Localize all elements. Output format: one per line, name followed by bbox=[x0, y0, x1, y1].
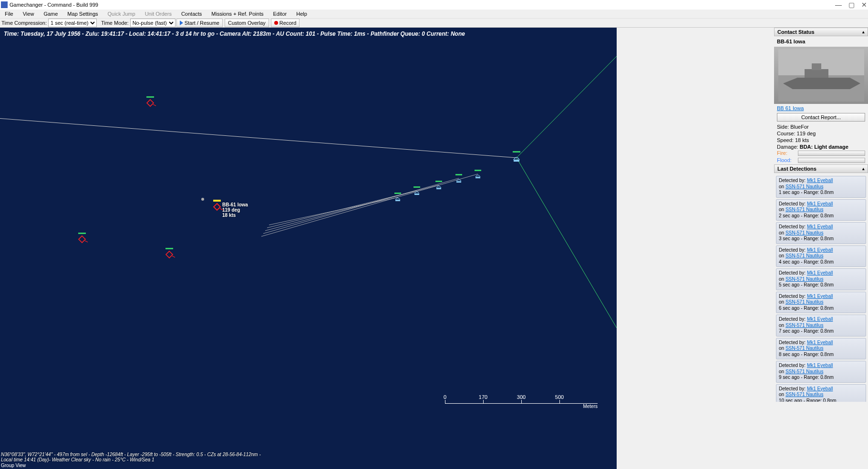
sensor-link[interactable]: Mk1 Eyeball bbox=[807, 201, 833, 206]
geo-line-1: N36°08'33'', W72°21'44'' - 497m from sel… bbox=[1, 452, 261, 457]
svg-line-1 bbox=[517, 56, 617, 158]
menu-help[interactable]: Help bbox=[291, 10, 312, 18]
detection-item[interactable]: Detected by: Mk1 Eyeballon SSN-571 Nauti… bbox=[776, 199, 866, 221]
platform-link[interactable]: SSN-571 Nautilus bbox=[785, 207, 823, 212]
contact-image bbox=[774, 47, 868, 104]
hostile-unit-1 bbox=[146, 96, 156, 106]
sensor-link[interactable]: Mk1 Eyeball bbox=[807, 224, 833, 229]
map-viewport[interactable]: BB-61 Iowa 119 deg 18 kts Time: Tuesday,… bbox=[0, 28, 617, 469]
menu-map-settings[interactable]: Map Settings bbox=[62, 10, 103, 18]
sensor-link[interactable]: Mk1 Eyeball bbox=[807, 363, 833, 368]
detection-item[interactable]: Detected by: Mk1 Eyeballon SSN-571 Nauti… bbox=[776, 268, 866, 290]
detection-item[interactable]: Detected by: Mk1 Eyeballon SSN-571 Nauti… bbox=[776, 245, 866, 267]
scale-tick: 300 bbox=[502, 394, 540, 400]
detection-item[interactable]: Detected by: Mk1 Eyeballon SSN-571 Nauti… bbox=[776, 315, 866, 336]
detection-item[interactable]: Detected by: Mk1 Eyeballon SSN-571 Nauti… bbox=[776, 176, 866, 198]
menu-game[interactable]: Game bbox=[39, 10, 62, 18]
svg-rect-15 bbox=[436, 188, 441, 189]
svg-rect-18 bbox=[475, 170, 481, 171]
svg-line-6 bbox=[267, 191, 417, 228]
detection-item[interactable]: Detected by: Mk1 Eyeballon SSN-571 Nauti… bbox=[776, 222, 866, 244]
menu-unit-orders: Unit Orders bbox=[140, 10, 176, 18]
maximize-button[interactable]: ▢ bbox=[848, 1, 855, 9]
selected-unit-name: BB-61 Iowa bbox=[222, 202, 248, 207]
platform-link[interactable]: SSN-571 Nautilus bbox=[785, 253, 823, 258]
selected-unit-speed: 18 kts bbox=[222, 213, 248, 218]
menu-view[interactable]: View bbox=[18, 10, 39, 18]
sensor-link[interactable]: Mk1 Eyeball bbox=[807, 294, 833, 299]
hostile-unit-3 bbox=[165, 248, 175, 258]
start-resume-button[interactable]: Start / Resume bbox=[176, 19, 223, 27]
cursor-geo-status: N36°08'33'', W72°21'44'' - 497m from sel… bbox=[1, 452, 261, 462]
platform-link[interactable]: SSN-571 Nautilus bbox=[785, 369, 823, 374]
contact-status-header[interactable]: Contact Status ▴ bbox=[774, 28, 868, 36]
window-title: Gamechanger - Command - Build 999 bbox=[10, 2, 98, 8]
platform-link[interactable]: SSN-571 Nautilus bbox=[785, 323, 823, 328]
scale-unit: Meters bbox=[445, 404, 598, 409]
time-info-bar: Time: Tuesday, 17 July 1956 - Zulu: 19:4… bbox=[0, 28, 617, 40]
svg-line-0 bbox=[0, 118, 517, 158]
svg-rect-13 bbox=[414, 194, 419, 195]
sensor-link[interactable]: Mk1 Eyeball bbox=[807, 270, 833, 275]
speed-label: Speed: bbox=[777, 137, 794, 143]
friendly-unit-right bbox=[513, 151, 520, 162]
platform-link[interactable]: SSN-571 Nautilus bbox=[785, 230, 823, 235]
menu-quick-jump: Quick Jump bbox=[103, 10, 140, 18]
custom-overlay-label: Custom Overlay bbox=[228, 20, 266, 26]
contact-report-button[interactable]: Contact Report... bbox=[777, 113, 865, 122]
svg-rect-21 bbox=[146, 96, 154, 98]
svg-rect-14 bbox=[435, 181, 442, 182]
minimize-button[interactable]: — bbox=[835, 1, 842, 9]
svg-rect-10 bbox=[394, 193, 401, 194]
svg-line-7 bbox=[265, 185, 439, 231]
last-detections-title: Last Detections bbox=[777, 166, 816, 172]
last-detections-header[interactable]: Last Detections ▴ bbox=[774, 164, 868, 173]
detections-list[interactable]: Detected by: Mk1 Eyeballon SSN-571 Nauti… bbox=[774, 173, 868, 402]
right-panel: Contact Status ▴ BB-61 Iowa BB 61 Iowa C… bbox=[774, 28, 868, 469]
sensor-link[interactable]: Mk1 Eyeball bbox=[807, 386, 833, 391]
svg-rect-27 bbox=[213, 200, 221, 202]
record-button[interactable]: Record bbox=[271, 19, 300, 27]
collapse-icon[interactable]: ▴ bbox=[862, 166, 865, 171]
contact-db-link[interactable]: BB 61 Iowa bbox=[777, 105, 804, 111]
time-mode-label: Time Mode: bbox=[100, 20, 130, 26]
svg-rect-31 bbox=[805, 69, 828, 78]
geo-line-2: Local time 14:41 (Day)- Weather Clear sk… bbox=[1, 457, 261, 462]
sensor-link[interactable]: Mk1 Eyeball bbox=[807, 178, 833, 183]
platform-link[interactable]: SSN-571 Nautilus bbox=[785, 276, 823, 282]
menu-missions-ref-points[interactable]: Missions + Ref. Points bbox=[207, 10, 268, 18]
close-button[interactable]: ✕ bbox=[861, 1, 867, 9]
menu-editor[interactable]: Editor bbox=[268, 10, 291, 18]
detection-item[interactable]: Detected by: Mk1 Eyeballon SSN-571 Nauti… bbox=[776, 361, 866, 383]
selected-unit-course: 119 deg bbox=[222, 207, 248, 213]
svg-line-2 bbox=[517, 158, 617, 328]
sensor-link[interactable]: Mk1 Eyeball bbox=[807, 340, 833, 345]
svg-line-5 bbox=[269, 197, 398, 225]
detection-item[interactable]: Detected by: Mk1 Eyeballon SSN-571 Nauti… bbox=[776, 292, 866, 314]
platform-link[interactable]: SSN-571 Nautilus bbox=[785, 392, 823, 397]
course-value: 119 deg bbox=[797, 131, 816, 136]
detection-item[interactable]: Detected by: Mk1 Eyeballon SSN-571 Nauti… bbox=[776, 384, 866, 402]
menu-contacts[interactable]: Contacts bbox=[176, 10, 207, 18]
fire-label: Fire: bbox=[777, 150, 796, 156]
time-info-text: Time: Tuesday, 17 July 1956 - Zulu: 19:4… bbox=[4, 31, 465, 37]
collapse-icon[interactable]: ▴ bbox=[862, 30, 865, 34]
svg-line-24 bbox=[85, 241, 88, 242]
sensor-link[interactable]: Mk1 Eyeball bbox=[807, 247, 833, 253]
platform-link[interactable]: SSN-571 Nautilus bbox=[785, 184, 823, 189]
svg-point-20 bbox=[201, 198, 204, 201]
time-mode-select[interactable]: No-pulse (fast) bbox=[130, 19, 176, 27]
sensor-link[interactable]: Mk1 Eyeball bbox=[807, 316, 833, 322]
app-icon bbox=[1, 1, 8, 8]
speed-value: 18 kts bbox=[795, 137, 809, 143]
platform-link[interactable]: SSN-571 Nautilus bbox=[785, 299, 823, 305]
detection-item[interactable]: Detected by: Mk1 Eyeballon SSN-571 Nauti… bbox=[776, 338, 866, 360]
scale-tick: 500 bbox=[540, 394, 579, 400]
start-resume-label: Start / Resume bbox=[185, 20, 219, 26]
menu-file[interactable]: File bbox=[0, 10, 18, 18]
fire-bar bbox=[798, 151, 865, 156]
svg-rect-17 bbox=[456, 182, 461, 183]
time-compression-select[interactable]: 1 sec (real-time) bbox=[48, 19, 97, 27]
platform-link[interactable]: SSN-571 Nautilus bbox=[785, 346, 823, 351]
custom-overlay-button[interactable]: Custom Overlay bbox=[225, 19, 269, 27]
